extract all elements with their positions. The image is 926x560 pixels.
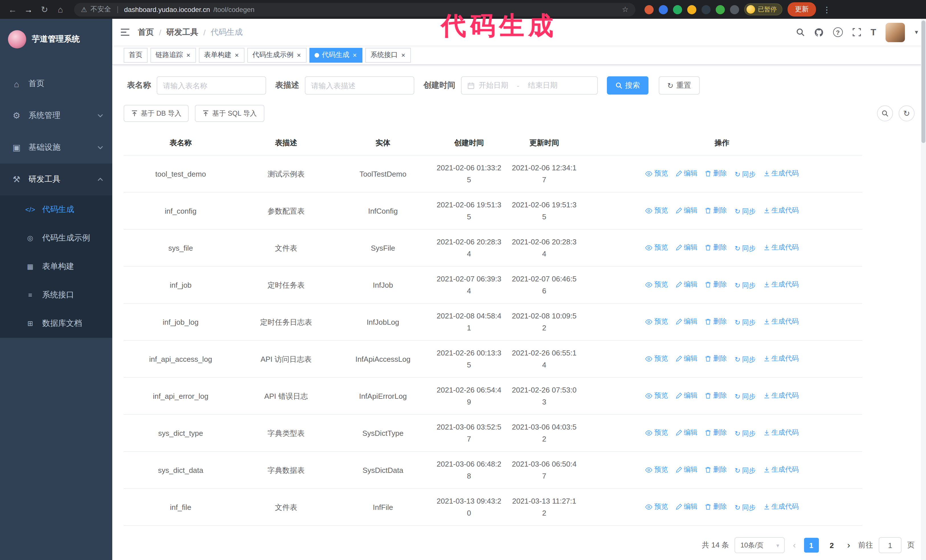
sync-link[interactable]: ↻同步: [735, 353, 756, 365]
sidebar-item-system-api[interactable]: ≡ 系统接口: [0, 281, 112, 309]
delete-link[interactable]: 删除: [705, 500, 727, 512]
prev-page-button[interactable]: ‹: [791, 540, 798, 550]
page-number-1[interactable]: 1: [804, 538, 819, 552]
preview-link[interactable]: 预览: [645, 168, 668, 180]
profile-paused-badge[interactable]: 已暂停: [744, 3, 782, 15]
sync-link[interactable]: ↻同步: [735, 168, 756, 180]
breadcrumb-devtools[interactable]: 研发工具: [166, 27, 198, 37]
generate-code-link[interactable]: 生成代码: [764, 463, 799, 475]
generate-code-link[interactable]: 生成代码: [764, 389, 799, 402]
delete-link[interactable]: 删除: [705, 278, 727, 290]
refresh-table-button[interactable]: ↻: [899, 106, 915, 121]
preview-link[interactable]: 预览: [645, 501, 668, 513]
extension-icon[interactable]: [716, 5, 725, 14]
sync-link[interactable]: ↻同步: [735, 279, 756, 291]
browser-menu-icon[interactable]: ⋮: [821, 5, 832, 14]
tab-trace[interactable]: 链路追踪×: [150, 48, 196, 62]
sync-link[interactable]: ↻同步: [735, 391, 756, 403]
generate-code-link[interactable]: 生成代码: [764, 167, 799, 179]
page-scrollbar[interactable]: [921, 19, 926, 560]
breadcrumb-home[interactable]: 首页: [138, 27, 154, 37]
sidebar-item-home[interactable]: ⌂ 首页: [0, 68, 112, 100]
generate-code-link[interactable]: 生成代码: [764, 241, 799, 253]
close-tab-icon[interactable]: ×: [234, 51, 239, 58]
preview-link[interactable]: 预览: [645, 427, 668, 439]
browser-forward-button[interactable]: →: [22, 5, 35, 14]
sidebar-item-codegen-example[interactable]: ◎ 代码生成示例: [0, 224, 112, 252]
delete-link[interactable]: 删除: [705, 204, 727, 216]
fullscreen-icon[interactable]: [852, 28, 861, 36]
edit-link[interactable]: 编辑: [676, 278, 698, 290]
edit-link[interactable]: 编辑: [676, 315, 698, 327]
date-range-picker[interactable]: 开始日期 - 结束日期: [461, 76, 598, 95]
table-desc-input[interactable]: [305, 76, 414, 95]
close-tab-icon[interactable]: ×: [401, 51, 406, 58]
user-avatar[interactable]: [886, 23, 905, 42]
sidebar-item-infra[interactable]: ▣ 基础设施: [0, 131, 112, 163]
sync-link[interactable]: ↻同步: [735, 465, 756, 477]
github-icon[interactable]: [814, 28, 823, 37]
edit-link[interactable]: 编辑: [676, 204, 698, 216]
reset-button[interactable]: ↻ 重置: [659, 76, 700, 95]
import-sql-button[interactable]: 基于 SQL 导入: [195, 105, 264, 122]
scrollbar-thumb[interactable]: [921, 21, 925, 143]
bookmark-star-icon[interactable]: ☆: [622, 5, 628, 14]
extension-icon[interactable]: [659, 5, 668, 14]
table-name-input[interactable]: [157, 76, 266, 95]
toggle-search-button[interactable]: [877, 106, 893, 121]
sidebar-item-codegen[interactable]: </> 代码生成: [0, 195, 112, 224]
sync-link[interactable]: ↻同步: [735, 317, 756, 328]
font-size-icon[interactable]: T: [870, 27, 876, 37]
sync-link[interactable]: ↻同步: [735, 502, 756, 513]
generate-code-link[interactable]: 生成代码: [764, 204, 799, 216]
import-db-button[interactable]: 基于 DB 导入: [124, 105, 189, 122]
delete-link[interactable]: 删除: [705, 352, 727, 364]
edit-link[interactable]: 编辑: [676, 241, 698, 253]
sidebar-item-form-builder[interactable]: ▦ 表单构建: [0, 252, 112, 281]
preview-link[interactable]: 预览: [645, 279, 668, 291]
delete-link[interactable]: 删除: [705, 167, 727, 179]
edit-link[interactable]: 编辑: [676, 463, 698, 475]
edit-link[interactable]: 编辑: [676, 167, 698, 179]
delete-link[interactable]: 删除: [705, 426, 727, 438]
preview-link[interactable]: 预览: [645, 315, 668, 328]
delete-link[interactable]: 删除: [705, 389, 727, 402]
extension-icon[interactable]: [687, 5, 696, 14]
edit-link[interactable]: 编辑: [676, 500, 698, 512]
extension-icon[interactable]: [702, 5, 711, 14]
sidebar-toggle-icon[interactable]: [120, 28, 130, 36]
edit-link[interactable]: 编辑: [676, 352, 698, 364]
preview-link[interactable]: 预览: [645, 389, 668, 402]
search-icon[interactable]: [796, 28, 804, 36]
app-logo[interactable]: 芋道管理系统: [0, 19, 112, 60]
sync-link[interactable]: ↻同步: [735, 427, 756, 439]
close-tab-icon[interactable]: ×: [352, 51, 357, 58]
browser-home-button[interactable]: ⌂: [54, 5, 67, 14]
sidebar-item-db-docs[interactable]: ⊞ 数据库文档: [0, 309, 112, 338]
tab-form-builder[interactable]: 表单构建×: [199, 48, 244, 62]
edit-link[interactable]: 编辑: [676, 426, 698, 438]
tab-codegen-example[interactable]: 代码生成示例×: [247, 48, 307, 62]
edit-link[interactable]: 编辑: [676, 389, 698, 402]
tab-system-api[interactable]: 系统接口×: [365, 48, 411, 62]
avatar-caret-icon[interactable]: ▾: [915, 29, 918, 36]
sync-link[interactable]: ↻同步: [735, 205, 756, 217]
generate-code-link[interactable]: 生成代码: [764, 500, 799, 512]
search-button[interactable]: 搜索: [607, 76, 649, 95]
close-tab-icon[interactable]: ×: [296, 51, 301, 58]
preview-link[interactable]: 预览: [645, 353, 668, 365]
goto-page-input[interactable]: [879, 537, 902, 553]
preview-link[interactable]: 预览: [645, 464, 668, 476]
generate-code-link[interactable]: 生成代码: [764, 352, 799, 364]
browser-update-button[interactable]: 更新: [788, 2, 816, 17]
next-page-button[interactable]: ›: [845, 540, 852, 550]
help-icon[interactable]: ?: [833, 27, 843, 37]
page-number-2[interactable]: 2: [824, 538, 839, 552]
extension-icon[interactable]: [645, 5, 654, 14]
generate-code-link[interactable]: 生成代码: [764, 315, 799, 327]
delete-link[interactable]: 删除: [705, 241, 727, 253]
browser-reload-button[interactable]: ↻: [38, 4, 51, 15]
sidebar-item-system[interactable]: ⚙ 系统管理: [0, 100, 112, 131]
tab-codegen[interactable]: 代码生成×: [309, 48, 362, 62]
delete-link[interactable]: 删除: [705, 315, 727, 327]
